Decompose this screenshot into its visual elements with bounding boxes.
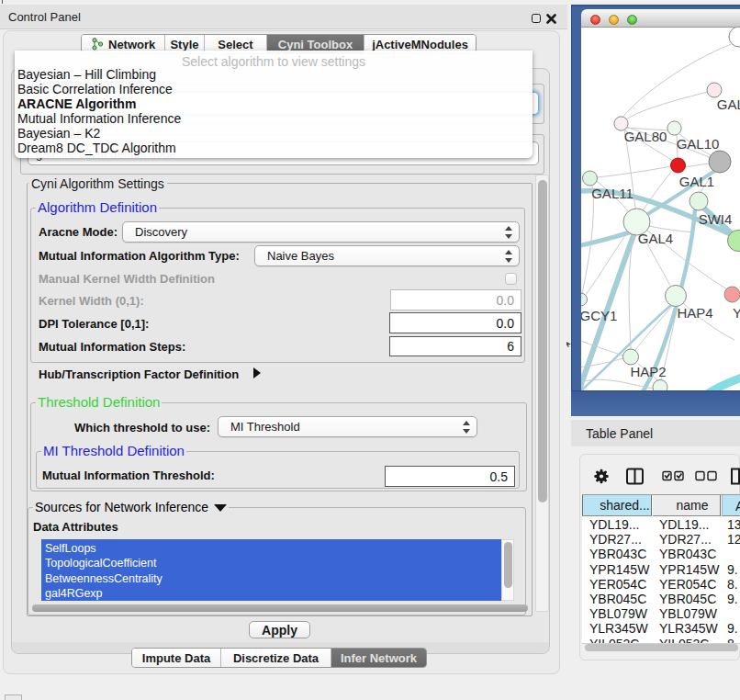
svg-text:GAL4: GAL4 [638, 231, 673, 246]
svg-text:GAL80: GAL80 [624, 129, 667, 144]
svg-text:HAP2: HAP2 [630, 364, 666, 379]
svg-text:GCY1: GCY1 [581, 308, 617, 323]
svg-text:Y: Y [733, 305, 740, 321]
svg-text:GAL8: GAL8 [717, 96, 740, 112]
svg-text:GAL10: GAL10 [677, 136, 720, 152]
svg-text:SWI4: SWI4 [699, 211, 733, 227]
svg-text:GAL1: GAL1 [679, 174, 714, 189]
svg-text:GAL11: GAL11 [591, 186, 633, 201]
svg-text:HAP4: HAP4 [677, 305, 712, 321]
